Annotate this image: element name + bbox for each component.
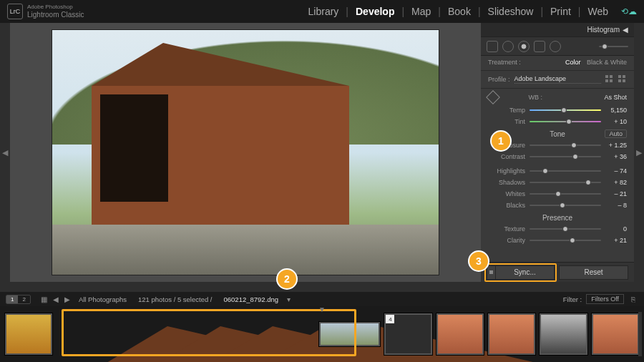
cloud-sync-icon[interactable]: ⟲☁: [621, 6, 637, 16]
view-1[interactable]: 1: [6, 295, 18, 303]
contrast-slider[interactable]: [530, 153, 601, 160]
left-panel-toggle[interactable]: ◀: [0, 23, 10, 282]
develop-panel: Histogram◀ Treatment : Color Black & Whi…: [481, 23, 634, 282]
secondary-toolbar: 1 2 ▦ ◀ ▶ All Photographs 121 photos / 5…: [0, 292, 644, 306]
callout-1: 1: [492, 132, 510, 150]
stack-badge[interactable]: 4: [386, 315, 394, 323]
module-web[interactable]: Web: [580, 6, 615, 17]
spot-tool-icon[interactable]: [502, 41, 514, 52]
treatment-bw[interactable]: Black & White: [587, 59, 627, 66]
nav-back-icon[interactable]: ◀: [53, 295, 59, 303]
auto-tone-button[interactable]: Auto: [605, 129, 627, 138]
histogram-header[interactable]: Histogram◀: [481, 23, 634, 37]
grid-view-icon[interactable]: ▦: [41, 295, 47, 303]
profile-row: Profile : Adobe Landscape: [481, 72, 634, 87]
thumb-10[interactable]: [487, 313, 536, 356]
view-segmented[interactable]: 1 2: [6, 295, 31, 304]
filter-label: Filter :: [563, 295, 582, 303]
panel-footer: Sync... Reset: [481, 262, 634, 282]
callout-3: 3: [469, 252, 488, 270]
filmstrip-size-handle[interactable]: [638, 312, 642, 356]
module-library[interactable]: Library: [301, 6, 346, 17]
wb-row: WB : As Shot: [481, 90, 634, 104]
shadows-slider[interactable]: [530, 179, 601, 186]
tool-size-slider[interactable]: [599, 43, 628, 50]
reset-button[interactable]: Reset: [559, 265, 628, 280]
thumb-7[interactable]: [318, 321, 381, 347]
filmstrip-toggle-icon[interactable]: ▼: [318, 305, 326, 313]
module-slideshow[interactable]: Slideshow: [481, 6, 541, 17]
source-label[interactable]: All Photographs: [79, 295, 127, 303]
clarity-slider[interactable]: [530, 237, 601, 244]
filter-lock-icon[interactable]: ⎘: [631, 295, 635, 303]
profile-grid-icon[interactable]: [618, 75, 627, 84]
right-panel-toggle[interactable]: ▶: [634, 23, 644, 282]
eyedropper-icon[interactable]: [486, 90, 500, 104]
callout-2: 2: [278, 270, 296, 288]
temp-row: Temp 5,150: [481, 104, 634, 116]
crop-tool-icon[interactable]: [487, 41, 498, 52]
redeye-tool-icon[interactable]: [534, 41, 545, 52]
view-2[interactable]: 2: [18, 295, 29, 303]
tint-row: Tint + 10: [481, 116, 634, 127]
blacks-slider[interactable]: [530, 202, 601, 209]
tool-strip: [481, 37, 634, 56]
treatment-row: Treatment : Color Black & White: [481, 56, 634, 69]
texture-slider[interactable]: [530, 225, 601, 233]
mask-tool-icon[interactable]: [518, 41, 530, 52]
nav-fwd-icon[interactable]: ▶: [64, 295, 70, 303]
count-label: 121 photos / 5 selected /: [138, 295, 213, 303]
module-develop[interactable]: Develop: [348, 6, 401, 17]
app-header: LrC Adobe Photoshop Lightroom Classic Li…: [0, 0, 644, 23]
profile-browser-icon[interactable]: [605, 75, 614, 84]
filter-dropdown[interactable]: Filters Off: [586, 294, 624, 304]
main-photo: [52, 30, 439, 275]
treatment-color[interactable]: Color: [565, 59, 581, 66]
exposure-slider[interactable]: [530, 142, 601, 149]
main-area: ◀ Histogram◀ Treatment : Color Black & W…: [0, 23, 644, 282]
sync-toggle[interactable]: [487, 265, 495, 280]
radial-tool-icon[interactable]: [550, 41, 561, 52]
presence-section: Presence: [481, 211, 634, 223]
thumb-9[interactable]: [436, 313, 484, 356]
sync-button[interactable]: Sync...: [495, 265, 555, 280]
app-logo: LrC: [7, 4, 23, 19]
loupe-view[interactable]: [10, 23, 481, 282]
thumb-12[interactable]: [591, 313, 640, 356]
module-map[interactable]: Map: [404, 6, 438, 17]
thumb-8[interactable]: 4: [384, 313, 432, 356]
highlights-slider[interactable]: [530, 167, 601, 175]
whites-slider[interactable]: [530, 190, 601, 197]
module-picker: Library| Develop| Map| Book| Slideshow| …: [301, 6, 637, 17]
app-brand: Adobe Photoshop Lightroom Classic: [27, 4, 84, 19]
filmstrip[interactable]: 4: [0, 306, 644, 362]
tint-slider[interactable]: [530, 118, 601, 125]
profile-picker[interactable]: Adobe Landscape: [514, 75, 601, 84]
chevron-left-icon: ◀: [623, 26, 628, 34]
wb-preset[interactable]: As Shot: [604, 94, 627, 101]
filename-label: 060212_8792.dng: [224, 295, 279, 303]
temp-slider[interactable]: [530, 107, 601, 114]
thumb-1[interactable]: [4, 313, 53, 356]
module-book[interactable]: Book: [441, 6, 478, 17]
chevron-down-icon[interactable]: ▾: [287, 295, 291, 303]
thumb-11[interactable]: [539, 313, 587, 356]
module-print[interactable]: Print: [543, 6, 578, 17]
